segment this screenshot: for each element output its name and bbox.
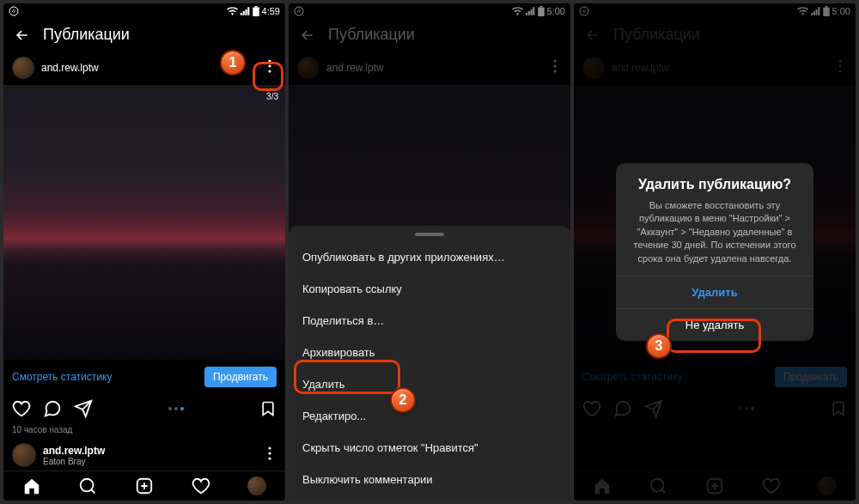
svg-point-8 xyxy=(268,457,271,459)
dialog-delete-button[interactable]: Удалить xyxy=(616,276,813,308)
more-options-button[interactable] xyxy=(263,56,277,80)
page-title: Публикации xyxy=(43,26,130,44)
bookmark-icon[interactable] xyxy=(259,399,277,418)
avatar[interactable] xyxy=(12,57,34,79)
sheet-delete[interactable]: Удалить xyxy=(289,368,570,400)
like-icon[interactable] xyxy=(12,399,31,418)
svg-point-5 xyxy=(268,70,271,72)
sheet-disable-comments[interactable]: Выключить комментарии xyxy=(289,464,570,495)
callout-1: 1 xyxy=(220,50,246,76)
dialog-overlay[interactable]: Удалить публикацию? Вы сможете восстанов… xyxy=(574,3,856,501)
location[interactable]: Eaton Bray xyxy=(43,457,105,466)
shazam-icon xyxy=(9,6,19,16)
more-options-button[interactable] xyxy=(263,443,277,467)
action-row xyxy=(3,394,285,423)
stats-row: Смотреть статистику Продвигать xyxy=(3,360,285,394)
signal-icon xyxy=(241,7,250,15)
view-stats-link[interactable]: Смотреть статистику xyxy=(12,371,112,383)
profile-avatar[interactable] xyxy=(247,477,266,495)
phone-screen-2: 5:00 Публикации and.rew.lptw Опубликоват… xyxy=(289,3,570,501)
wifi-icon xyxy=(227,7,238,15)
delete-dialog: Удалить публикацию? Вы сможете восстанов… xyxy=(616,163,813,341)
next-post-header: and.rew.lptw Eaton Bray xyxy=(3,440,285,471)
svg-rect-1 xyxy=(253,8,259,17)
app-header: Публикации xyxy=(3,19,285,51)
carousel-counter: 3/3 xyxy=(266,92,278,101)
avatar[interactable] xyxy=(12,443,36,467)
bottom-nav xyxy=(3,471,285,501)
svg-point-4 xyxy=(268,64,271,67)
sheet-edit[interactable]: Редактиро... xyxy=(289,400,570,432)
carousel-dots xyxy=(105,407,247,410)
phone-screen-3: 5:00 Публикации and.rew.lptw Смотреть ст… xyxy=(574,3,856,501)
dialog-title: Удалить публикацию? xyxy=(616,177,813,199)
svg-point-7 xyxy=(268,452,271,454)
callout-2: 2 xyxy=(390,387,416,413)
share-icon[interactable] xyxy=(74,399,93,418)
svg-point-6 xyxy=(268,446,271,449)
search-icon[interactable] xyxy=(78,477,97,495)
svg-point-3 xyxy=(268,59,271,62)
post-image[interactable]: 3/3 xyxy=(3,85,285,360)
callout-3: 3 xyxy=(646,333,672,359)
dialog-cancel-button[interactable]: Не удалять xyxy=(616,308,813,341)
post-timestamp: 10 часов назад xyxy=(3,423,285,440)
sheet-overlay[interactable]: Опубликовать в других приложениях… Копир… xyxy=(289,3,570,501)
sheet-handle-icon[interactable] xyxy=(415,233,444,236)
sheet-hide-likes[interactable]: Скрыть число отметок "Нравится" xyxy=(289,432,570,464)
back-arrow-icon[interactable] xyxy=(14,27,31,44)
battery-icon xyxy=(253,6,259,16)
comment-icon[interactable] xyxy=(43,399,62,418)
phone-screen-1: 4:59 Публикации and.rew.lptw 3/3 Смотрет… xyxy=(3,3,285,501)
add-post-icon[interactable] xyxy=(135,477,154,495)
activity-icon[interactable] xyxy=(192,477,210,495)
sheet-copy-link[interactable]: Копировать ссылку xyxy=(289,273,570,305)
sheet-share-other[interactable]: Опубликовать в других приложениях… xyxy=(289,241,570,273)
home-icon[interactable] xyxy=(22,477,41,495)
bottom-sheet: Опубликовать в других приложениях… Копир… xyxy=(289,226,570,501)
svg-point-0 xyxy=(9,7,18,15)
dialog-body: Вы сможете восстановить эту публикацию в… xyxy=(616,199,813,276)
status-bar: 4:59 xyxy=(3,3,285,19)
sheet-archive[interactable]: Архивировать xyxy=(289,337,570,368)
svg-rect-2 xyxy=(254,6,257,8)
promote-button[interactable]: Продвигать xyxy=(204,367,277,387)
username[interactable]: and.rew.lptw xyxy=(43,445,105,457)
username[interactable]: and.rew.lptw xyxy=(41,62,99,74)
svg-point-9 xyxy=(81,479,94,492)
sheet-share-to[interactable]: Поделиться в… xyxy=(289,305,570,337)
status-time: 4:59 xyxy=(262,6,280,16)
